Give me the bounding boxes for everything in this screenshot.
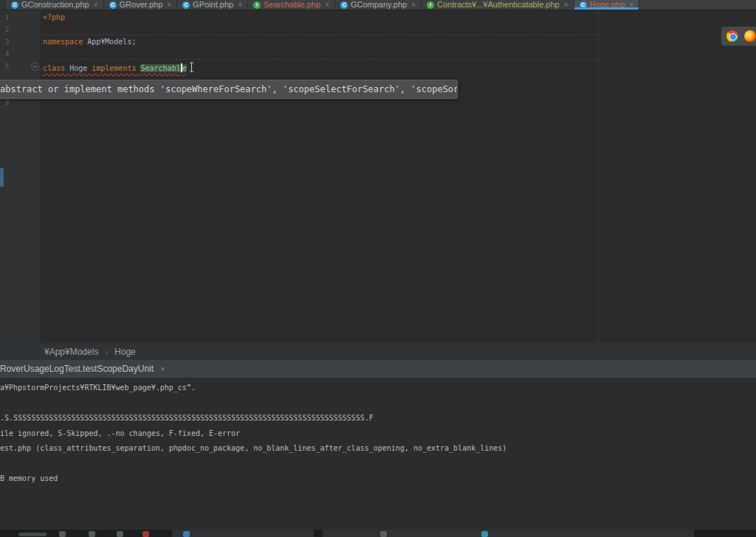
close-icon[interactable]: × bbox=[564, 0, 568, 10]
windows-taskbar bbox=[0, 530, 756, 537]
tab-label: GRover.php bbox=[120, 0, 163, 10]
taskbar-icon[interactable] bbox=[89, 531, 95, 537]
interface-name-post-caret: e bbox=[182, 64, 187, 72]
editor-pane[interactable]: 1 2 3 4 5 8 − <?php namespace App¥Models… bbox=[0, 10, 756, 343]
console-line: ile ignored, S-Skipped, .-no changes, F-… bbox=[0, 426, 756, 442]
code-line-1: <?php bbox=[43, 13, 65, 24]
taskbar-icon[interactable] bbox=[59, 531, 66, 537]
tool-window-stripe-indicator bbox=[0, 168, 4, 187]
interface-reference-highlighted: Searchable bbox=[140, 64, 186, 72]
tab-label: GPoint.php bbox=[193, 0, 233, 10]
tab-contracts-authenticatable-php[interactable]: I Contracts¥...¥Authenticatable.php × bbox=[422, 0, 574, 10]
code-line-5: class Hoge implements Searchable bbox=[43, 62, 195, 72]
console-line: B memory used bbox=[0, 471, 756, 487]
taskbar-active-segment[interactable] bbox=[172, 530, 314, 537]
class-icon: C bbox=[340, 1, 348, 9]
method-separator bbox=[43, 59, 598, 60]
taskbar-active-segment[interactable] bbox=[323, 530, 694, 537]
breadcrumb-item-namespace[interactable]: ¥App¥Models bbox=[44, 347, 98, 357]
browser-launch-panel bbox=[721, 27, 756, 46]
tab-gcompany-php[interactable]: C GCompany.php × bbox=[335, 0, 422, 10]
keyword-class: class bbox=[43, 64, 65, 72]
close-icon[interactable]: × bbox=[238, 0, 242, 10]
class-icon: C bbox=[109, 1, 117, 9]
line-number: 3 bbox=[5, 38, 16, 46]
console-line bbox=[0, 396, 756, 412]
line-number: 1 bbox=[5, 14, 16, 21]
tab-label: GConstruction.php bbox=[21, 0, 89, 10]
taskbar-icon[interactable] bbox=[481, 531, 488, 537]
interface-icon: I bbox=[427, 1, 434, 9]
error-tooltip: abstract or implement methods 'scopeWher… bbox=[0, 80, 458, 99]
tab-searchable-php[interactable]: I Searchable.php × bbox=[248, 0, 335, 10]
console-output: a¥PhpstormProjects¥RTKLIB¥web_page¥.php_… bbox=[0, 378, 756, 530]
right-margin-guide bbox=[598, 10, 599, 343]
tab-label: Contracts¥...¥Authenticatable.php bbox=[437, 0, 560, 10]
namespace-path: App¥Models; bbox=[83, 38, 136, 46]
taskbar-icon[interactable] bbox=[117, 531, 123, 537]
firefox-icon[interactable] bbox=[744, 30, 756, 42]
editor-gutter: 1 2 3 4 5 8 − bbox=[0, 10, 41, 343]
line-number: 2 bbox=[5, 26, 16, 33]
console-line bbox=[0, 457, 756, 472]
editor-tab-bar: C GConstruction.php × C GRover.php × C G… bbox=[0, 0, 756, 10]
phpstorm-window: C GConstruction.php × C GRover.php × C G… bbox=[0, 0, 756, 537]
taskbar-text bbox=[18, 533, 47, 536]
line-number: 5 bbox=[5, 63, 16, 70]
code-line-3: namespace App¥Models; bbox=[43, 38, 136, 48]
console-line: est.php (class_attributes_separation, ph… bbox=[0, 441, 756, 457]
mouse-ibeam-cursor bbox=[188, 62, 195, 74]
chevron-right-icon: › bbox=[105, 347, 108, 356]
keyword-implements: implements bbox=[92, 64, 136, 72]
active-tab-underline bbox=[574, 7, 639, 10]
console-line: .S.SSSSSSSSSSSSSSSSSSSSSSSSSSSSSSSSSSSSS… bbox=[0, 411, 756, 426]
close-icon[interactable]: × bbox=[325, 0, 329, 10]
run-tab-label[interactable]: RoverUsageLogTest.testScopeDayUnit bbox=[0, 364, 154, 374]
tab-hoge-php-active[interactable]: C Hoge.php × bbox=[574, 0, 640, 10]
method-separator bbox=[43, 35, 598, 35]
tab-grover-php[interactable]: C GRover.php × bbox=[104, 0, 178, 10]
chrome-icon[interactable] bbox=[726, 30, 738, 42]
error-tooltip-message: abstract or implement methods 'scopeWher… bbox=[0, 84, 458, 94]
tab-label: Searchable.php bbox=[264, 0, 320, 10]
class-icon: C bbox=[182, 1, 190, 9]
taskbar-icon[interactable] bbox=[183, 531, 190, 537]
breadcrumb: ¥App¥Models › Hoge bbox=[0, 343, 756, 360]
close-icon[interactable]: × bbox=[411, 0, 416, 10]
line-number: 8 bbox=[5, 99, 16, 106]
taskbar-icon[interactable] bbox=[380, 531, 387, 537]
close-icon[interactable]: × bbox=[160, 364, 165, 373]
tab-gpoint-php[interactable]: C GPoint.php × bbox=[177, 0, 248, 10]
run-panel-tab-strip: RoverUsageLogTest.testScopeDayUnit × bbox=[0, 360, 756, 378]
line-number: 4 bbox=[5, 50, 16, 58]
keyword-namespace: namespace bbox=[43, 38, 83, 46]
tab-label: GCompany.php bbox=[351, 0, 407, 10]
taskbar-icon[interactable] bbox=[142, 531, 149, 537]
breadcrumb-item-class[interactable]: Hoge bbox=[114, 347, 136, 357]
interface-name-pre-caret: Searchabl bbox=[140, 64, 180, 72]
tab-gconstruction-php[interactable]: C GConstruction.php × bbox=[6, 0, 104, 10]
close-icon[interactable]: × bbox=[94, 0, 98, 10]
tab-bar-lead-spacer bbox=[0, 0, 6, 10]
close-icon[interactable]: × bbox=[167, 0, 171, 10]
class-name: Hoge bbox=[65, 64, 92, 72]
php-open-tag: <?php bbox=[43, 13, 65, 21]
interface-icon: I bbox=[253, 1, 261, 9]
class-icon: C bbox=[11, 1, 18, 9]
code-fold-icon[interactable]: − bbox=[31, 63, 39, 71]
console-line: a¥PhpstormProjects¥RTKLIB¥web_page¥.php_… bbox=[0, 381, 756, 396]
